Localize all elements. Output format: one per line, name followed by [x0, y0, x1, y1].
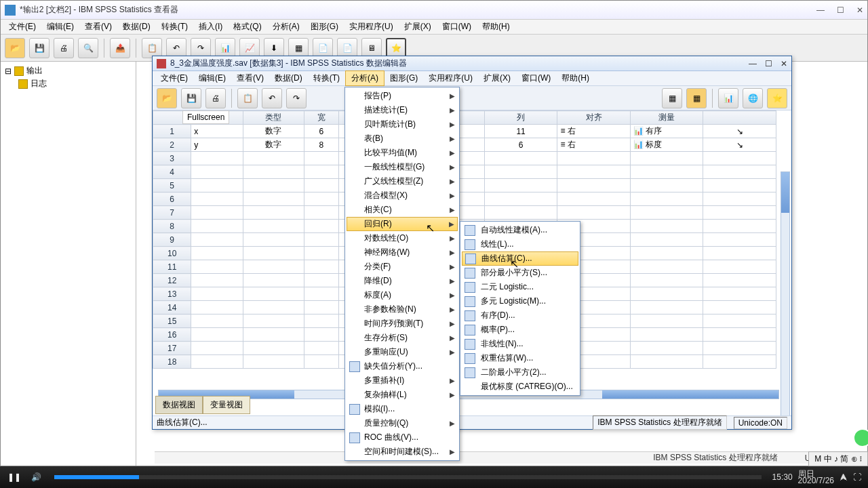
cell-measure[interactable]: 📊 有序	[630, 125, 703, 138]
menu-item[interactable]: 生存分析(S)▶	[347, 331, 458, 345]
cell-width[interactable]	[304, 342, 338, 355]
undo-icon[interactable]: ↶	[166, 38, 186, 58]
cell-name[interactable]	[191, 247, 243, 260]
menu-item[interactable]: 空间和时间建模(S)...▶	[347, 445, 458, 459]
menu-insert[interactable]: 插入(I)	[193, 20, 228, 34]
menu-item[interactable]: 降维(D)▶	[347, 274, 458, 288]
cell-role[interactable]	[703, 355, 776, 369]
emenu-view[interactable]: 查看(V)	[231, 71, 269, 85]
cell-name[interactable]	[191, 220, 243, 233]
menu-item[interactable]: 时间序列预测(T)▶	[347, 317, 458, 331]
cell-width[interactable]: 8	[304, 138, 338, 152]
minimize-button[interactable]: —	[816, 5, 825, 15]
cell-width[interactable]	[304, 314, 338, 328]
row-header[interactable]: 11	[153, 260, 191, 274]
menu-format[interactable]: 格式(Q)	[228, 20, 267, 34]
submenu-item[interactable]: 概率(P)...	[462, 323, 578, 337]
row-header[interactable]: 15	[153, 314, 191, 328]
video-progress[interactable]	[54, 475, 762, 479]
menu-item[interactable]: 缺失值分析(Y)...	[347, 359, 458, 373]
cell-width[interactable]	[304, 260, 338, 274]
open-icon[interactable]: 📂	[5, 38, 25, 58]
cell-role[interactable]	[703, 247, 776, 260]
close-button[interactable]: ✕	[856, 5, 863, 15]
menu-graphs[interactable]: 图形(G)	[305, 20, 344, 34]
emenu-window[interactable]: 窗口(W)	[516, 71, 556, 85]
menu-item[interactable]: 报告(P)▶	[347, 89, 458, 103]
row-header[interactable]: 4	[153, 165, 191, 179]
cell-measure[interactable]	[630, 152, 703, 165]
eredo-icon[interactable]: ↷	[286, 88, 307, 108]
cell-type[interactable]	[243, 274, 304, 287]
cell-role[interactable]: ↘	[703, 125, 776, 138]
editor-maximize-button[interactable]: ☐	[765, 59, 772, 68]
cell-measure[interactable]	[630, 247, 703, 260]
row-header[interactable]: 2	[153, 138, 191, 152]
grid-icon[interactable]: ▦	[288, 38, 309, 58]
row-header[interactable]: 12	[153, 274, 191, 287]
cell-measure[interactable]	[630, 328, 703, 342]
echart-icon[interactable]: 📊	[718, 88, 738, 108]
cell-type[interactable]	[243, 342, 304, 355]
menu-item[interactable]: 广义线性模型(Z)▶	[347, 174, 458, 188]
tab-variable-view[interactable]: 变量视图	[203, 396, 250, 414]
chart-icon[interactable]: 📈	[239, 38, 260, 58]
doc-icon[interactable]: 📄	[313, 38, 333, 58]
cell-type[interactable]	[243, 328, 304, 342]
menu-item[interactable]: 一般线性模型(G)▶	[347, 160, 458, 174]
maximize-button[interactable]: ☐	[837, 5, 844, 15]
eopen-icon[interactable]: 📂	[157, 88, 177, 108]
cell-measure[interactable]	[630, 314, 703, 328]
goto-icon[interactable]: 📊	[215, 38, 235, 58]
analyze-menu[interactable]: 报告(P)▶描述统计(E)▶贝叶斯统计(B)▶表(B)▶比较平均值(M)▶一般线…	[344, 87, 460, 461]
cell-width[interactable]	[304, 220, 338, 233]
fullscreen-label[interactable]: Fullscreen	[182, 110, 229, 124]
tray-fullscreen-icon[interactable]: ⛶	[853, 472, 861, 482]
system-tray[interactable]: 15:30 周日 2020/7/26 ⮝ ⛶	[766, 470, 868, 484]
save-icon[interactable]: 💾	[29, 38, 50, 58]
cell-measure[interactable]	[630, 287, 703, 301]
cell-measure[interactable]	[630, 274, 703, 287]
emenu-extensions[interactable]: 扩展(X)	[478, 71, 516, 85]
menu-view[interactable]: 查看(V)	[79, 20, 117, 34]
cell-measure[interactable]	[630, 355, 703, 369]
cell-type[interactable]	[243, 355, 304, 369]
menu-utilities[interactable]: 实用程序(U)	[344, 20, 399, 34]
cell-width[interactable]	[304, 355, 338, 369]
menu-item[interactable]: 非参数检验(N)▶	[347, 302, 458, 317]
submenu-item[interactable]: 二阶最小平方(2)...	[462, 365, 578, 380]
cell-name[interactable]	[191, 342, 243, 355]
submenu-item[interactable]: 有序(D)...	[462, 308, 578, 323]
row-header[interactable]: 14	[153, 301, 191, 314]
col-header[interactable]: 对齐	[557, 111, 631, 125]
cell-columns[interactable]	[484, 192, 557, 206]
cell-role[interactable]	[703, 274, 776, 287]
cell-role[interactable]	[703, 301, 776, 314]
cell-measure[interactable]	[630, 179, 703, 192]
eundo-icon[interactable]: ↶	[262, 88, 282, 108]
cell-measure[interactable]	[630, 192, 703, 206]
cell-align[interactable]	[557, 179, 631, 192]
down-icon[interactable]: ⬇	[264, 38, 284, 58]
cell-name[interactable]: x	[191, 125, 243, 138]
cell-name[interactable]: y	[191, 138, 243, 152]
emenu-utilities[interactable]: 实用程序(U)	[423, 71, 478, 85]
esave-icon[interactable]: 💾	[181, 88, 201, 108]
col-header[interactable]: 类型	[243, 111, 304, 125]
menu-item[interactable]: 神经网络(W)▶	[347, 245, 458, 260]
tab-data-view[interactable]: 数据视图	[155, 396, 203, 414]
export-icon[interactable]: 📤	[110, 38, 130, 58]
emenu-transform[interactable]: 转换(T)	[308, 71, 345, 85]
cell-align[interactable]: ≡ 右	[557, 125, 631, 138]
menu-item[interactable]: ROC 曲线(V)...	[347, 430, 458, 445]
regression-submenu[interactable]: 自动线性建模(A)...线性(L)...曲线估算(C)...部分最小平方(S).…	[460, 221, 580, 396]
cell-measure[interactable]	[630, 260, 703, 274]
cell-name[interactable]	[191, 287, 243, 301]
cell-width[interactable]: 6	[304, 125, 338, 138]
submenu-item[interactable]: 最优标度 (CATREG)(O)...	[462, 380, 578, 394]
cell-role[interactable]	[703, 179, 776, 192]
eprint-icon[interactable]: 🖨	[205, 88, 226, 108]
print-icon[interactable]: 🖨	[54, 38, 74, 58]
cell-role[interactable]	[703, 342, 776, 355]
cell-columns[interactable]: 11	[484, 125, 557, 138]
